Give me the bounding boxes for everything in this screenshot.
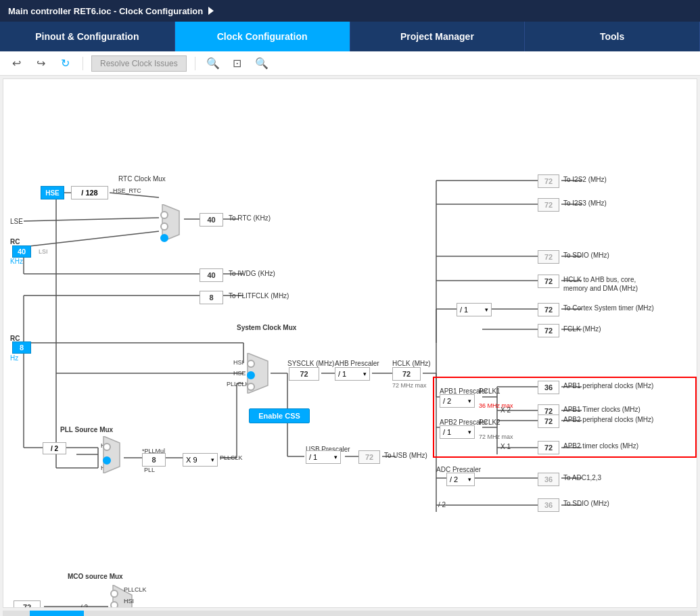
apb2-peri-value: 72: [538, 414, 559, 428]
sys-radio-hsi[interactable]: [247, 360, 255, 368]
tab-pinout[interactable]: Pinout & Configuration: [0, 22, 175, 51]
hclk-ahb-value: 72: [538, 275, 559, 288]
hclk-max-label: 72 MHz max: [392, 382, 427, 389]
apb1-peri-value: 36: [538, 381, 559, 394]
undo-button[interactable]: ↩: [7, 54, 26, 73]
pll-label: PLL: [144, 467, 155, 473]
x1-label: X 1: [500, 443, 511, 450]
to-iwdg-label: To IWDG (KHz): [229, 270, 275, 277]
pll-value: 8: [142, 453, 166, 467]
to-i2s2-value: 72: [538, 174, 559, 188]
pllclk-label: PLLCLK: [220, 454, 243, 461]
rc-label: RC: [10, 238, 20, 245]
mco-radio2[interactable]: [110, 601, 118, 608]
sys-mux-label: System Clock Mux: [237, 324, 296, 331]
pll-src-mux-shape: [98, 436, 125, 473]
pll-radio1[interactable]: [103, 443, 111, 451]
redo-button[interactable]: ↪: [31, 54, 50, 73]
apb2-dropdown[interactable]: / 1: [440, 425, 475, 439]
to-rtc-value: 40: [200, 213, 223, 227]
scrollbar-thumb[interactable]: [30, 611, 84, 616]
mco-value: 72: [14, 600, 41, 608]
to-i2s3-label: To I2S3 (MHz): [563, 199, 607, 207]
adc-value: 36: [538, 473, 559, 486]
tab-bar: Pinout & Configuration Clock Configurati…: [0, 22, 700, 51]
fclk-value: 72: [538, 324, 559, 337]
toolbar: ↩ ↪ ↻ Resolve Clock Issues 🔍 ⊡ 🔍: [0, 51, 700, 76]
toolbar-separator2: [195, 57, 195, 70]
pclk2-label: PCLK2: [479, 419, 500, 426]
rc-khz-label: KHz: [10, 258, 23, 265]
hclk-label: HCLK (MHz): [392, 360, 431, 367]
rc-40-box: 40: [12, 245, 31, 258]
apb1-peri-label: APB1 peripheral clocks (MHz): [563, 382, 653, 389]
cortex-value: 72: [538, 303, 559, 316]
ahb-label: AHB Prescaler: [335, 360, 379, 367]
apb2-peri-label: APB2 peripheral clocks (MHz): [563, 416, 653, 423]
zoom-out-button[interactable]: 🔍: [252, 54, 271, 73]
clock-diagram: RTC Clock Mux HSE / 128 HSE_RTC LSE RC 4…: [3, 79, 697, 607]
mco-src-label: MCO source Mux: [68, 573, 123, 580]
ahb-dropdown[interactable]: / 1: [335, 367, 370, 381]
rc2-hz-label: Hz: [10, 354, 18, 362]
mco-radio1[interactable]: [110, 590, 118, 598]
mco-pllclk-label: PLLCLK: [124, 586, 147, 593]
cortex-label: To Cortex System timer (MHz): [563, 304, 654, 312]
fit-button[interactable]: ⊡: [228, 54, 247, 73]
to-i2s2-label: To I2S2 (MHz): [563, 176, 607, 183]
enable-css-button[interactable]: Enable CSS: [249, 408, 310, 423]
apb1-timer-label: APB1 Timer clocks (MHz): [563, 406, 640, 413]
resolve-button[interactable]: Resolve Clock Issues: [91, 55, 187, 72]
hclk-value: 72: [392, 367, 421, 381]
sysclk-label: SYSCLK (MHz): [287, 360, 334, 367]
to-sdio-top-value: 72: [538, 250, 559, 264]
pll-radio2[interactable]: [103, 456, 111, 465]
sdio-dest-label: To SDIO (MHz): [563, 500, 609, 507]
sdio-div-label: / 2: [438, 501, 446, 508]
div128-box: / 128: [71, 186, 108, 199]
usb-dest-label: To USB (MHz): [384, 452, 427, 459]
adc-dest-label: To ADC1,2,3: [563, 474, 601, 481]
usb-dropdown[interactable]: / 1: [306, 450, 341, 464]
zoom-in-button[interactable]: 🔍: [204, 54, 223, 73]
hse-box: HSE: [41, 186, 64, 199]
rtc-radio2[interactable]: [160, 222, 168, 231]
svg-marker-78: [103, 436, 120, 473]
adc-dropdown[interactable]: / 2: [446, 473, 475, 486]
fclk-label: FCLK (MHz): [563, 325, 601, 333]
x9-dropdown[interactable]: X 9: [183, 453, 218, 467]
sysclk-value: 72: [289, 367, 319, 381]
apb1-dropdown[interactable]: / 2: [440, 394, 475, 408]
mco-div2-label: / 2: [80, 604, 88, 608]
cortex-div-dropdown[interactable]: / 1: [457, 303, 492, 316]
tab-project[interactable]: Project Manager: [350, 22, 526, 51]
main-content: RTC Clock Mux HSE / 128 HSE_RTC LSE RC 4…: [3, 78, 697, 608]
svg-line-3: [24, 231, 159, 247]
sys-radio-hse[interactable]: [247, 371, 255, 379]
to-rtc-label: To RTC (KHz): [229, 214, 271, 222]
to-flit-value: 8: [200, 291, 223, 304]
toolbar-separator: [83, 57, 83, 70]
sdio-value: 36: [538, 498, 559, 512]
lse-label: LSE: [10, 218, 23, 225]
div2-box: / 2: [43, 442, 66, 454]
tab-clock[interactable]: Clock Configuration: [175, 22, 350, 51]
tab-tools[interactable]: Tools: [525, 22, 700, 51]
rtc-radio3[interactable]: [160, 234, 168, 242]
title-text: Main controller RET6.ioc - Clock Configu…: [8, 6, 203, 16]
lsi-label: LSI: [39, 248, 48, 255]
rc2-box: 8: [12, 341, 31, 354]
hclk-ahb-label: HCLK to AHB bus, core, memory and DMA (M…: [563, 275, 645, 293]
title-arrow: [208, 7, 214, 15]
sys-radio-pll[interactable]: [247, 383, 255, 391]
pll-src-label: PLL Source Mux: [60, 426, 113, 433]
hse-rtc-label: HSE_RTC: [113, 187, 141, 194]
rtc-mux-label: RTC Clock Mux: [118, 175, 166, 183]
mco-hsi-label: HSI: [124, 598, 134, 605]
rtc-radio1[interactable]: [160, 211, 168, 219]
usb-value: 72: [358, 450, 380, 464]
pclk1-label: PCLK1: [479, 387, 500, 395]
x2-label: X 2: [500, 406, 511, 414]
refresh-button[interactable]: ↻: [55, 54, 74, 73]
pclk2-max: 72 MHz max: [479, 433, 513, 440]
